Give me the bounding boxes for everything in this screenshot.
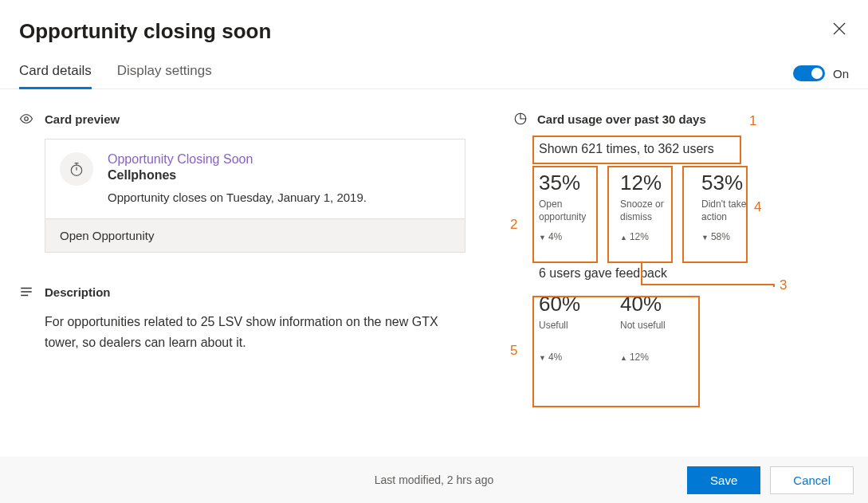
- down-arrow-icon: ▼: [539, 234, 546, 242]
- annotation-3: 3: [780, 277, 787, 293]
- stopwatch-icon: [60, 152, 93, 186]
- stat-label: Not usefull: [620, 320, 684, 344]
- toggle-label: On: [833, 67, 849, 81]
- stat-snooze-dismiss: 12% Snooze or dismiss ▲12%: [620, 171, 684, 242]
- page-title: Opportunity closing soon: [19, 19, 271, 44]
- tab-display-settings[interactable]: Display settings: [117, 63, 212, 89]
- stat-pct: 60%: [539, 292, 603, 316]
- usage-stats: 35% Open opportunity ▼4% 12% Snooze or d…: [539, 171, 849, 242]
- chart-icon: [513, 112, 528, 126]
- stat-pct: 12%: [620, 171, 684, 195]
- save-button[interactable]: Save: [687, 466, 760, 494]
- feedback-title: 6 users gave feedback: [539, 266, 849, 281]
- card-enabled-toggle[interactable]: [793, 65, 825, 81]
- tabs: Card details Display settings: [19, 63, 212, 88]
- stat-useful: 60% Usefull ▼4%: [539, 292, 603, 363]
- stat-delta: ▼58%: [701, 231, 765, 242]
- stat-delta: ▼4%: [539, 231, 603, 242]
- down-arrow-icon: ▼: [539, 354, 546, 362]
- stat-delta: ▲12%: [620, 231, 684, 242]
- card-preview: Opportunity Closing Soon Cellphones Oppo…: [45, 139, 465, 253]
- usage-section-title: Card usage over past 30 days: [537, 112, 706, 126]
- down-arrow-icon: ▼: [701, 234, 709, 242]
- stat-pct: 35%: [539, 171, 603, 195]
- description-text: For opportunities related to 25 LSV show…: [45, 312, 443, 352]
- feedback-stats: 60% Usefull ▼4% 40% Not usefull ▲12%: [539, 292, 849, 363]
- last-modified-label: Last modified, 2 hrs ago: [375, 474, 493, 486]
- card-text: Opportunity closes on Tuesday, January 1…: [108, 191, 450, 204]
- preview-section-title: Card preview: [45, 112, 120, 126]
- stat-pct: 40%: [620, 292, 684, 316]
- annotation-1: 1: [749, 113, 756, 129]
- stat-label: Usefull: [539, 320, 603, 344]
- footer: Last modified, 2 hrs ago Save Cancel: [0, 457, 868, 503]
- stat-pct: 53%: [701, 171, 765, 195]
- annotation-4: 4: [754, 199, 761, 215]
- stat-label: Snooze or dismiss: [620, 198, 684, 223]
- stat-open-opportunity: 35% Open opportunity ▼4%: [539, 171, 603, 242]
- description-icon: [19, 285, 33, 299]
- open-opportunity-button[interactable]: Open Opportunity: [45, 218, 465, 252]
- stat-label: Open opportunity: [539, 198, 603, 223]
- card-subtitle: Cellphones: [108, 168, 450, 183]
- annotation-connector: [641, 263, 642, 284]
- stat-delta: ▲12%: [620, 352, 684, 363]
- description-section-title: Description: [45, 285, 111, 299]
- close-button[interactable]: [830, 19, 849, 42]
- card-title: Opportunity Closing Soon: [108, 152, 450, 167]
- tab-card-details[interactable]: Card details: [19, 63, 92, 89]
- annotation-5: 5: [510, 343, 517, 359]
- stat-not-useful: 40% Not usefull ▲12%: [620, 292, 684, 363]
- stat-delta: ▼4%: [539, 352, 603, 363]
- up-arrow-icon: ▲: [620, 354, 627, 362]
- usage-summary: Shown 621 times, to 362 users: [539, 142, 849, 156]
- annotation-connector: [773, 284, 775, 287]
- up-arrow-icon: ▲: [620, 234, 627, 242]
- annotation-connector: [641, 284, 775, 285]
- annotation-2: 2: [510, 217, 517, 233]
- close-icon: [833, 22, 846, 35]
- cancel-button[interactable]: Cancel: [770, 466, 854, 494]
- preview-icon: [19, 112, 33, 126]
